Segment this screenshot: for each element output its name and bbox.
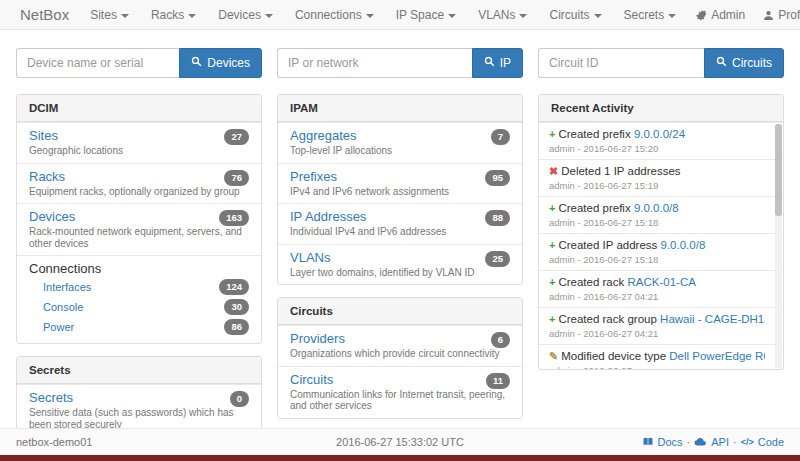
activity-action: Created IP address: [558, 239, 657, 251]
separator: ·: [733, 436, 737, 448]
profile-link[interactable]: Profile: [754, 0, 800, 29]
device-search-input[interactable]: [16, 48, 179, 78]
circuits-item-providers: 6 Providers Organizations which provide …: [278, 325, 522, 366]
hostname: netbox-demo01: [16, 436, 92, 448]
racks-link[interactable]: Racks: [29, 169, 249, 184]
prefixes-link[interactable]: Prefixes: [290, 169, 510, 184]
interfaces-link[interactable]: Interfaces: [43, 281, 91, 294]
link-label: Code: [758, 436, 784, 448]
activity-row: +Created prefix 9.0.0.0/8 admin - 2016-0…: [539, 196, 783, 233]
admin-link[interactable]: Admin: [687, 0, 754, 29]
activity-object-link[interactable]: RACK-01-CA: [627, 276, 695, 288]
user-menu: Admin Profile Log out: [687, 0, 800, 29]
panel-title: Circuits: [278, 298, 522, 325]
footer-links: Docs · API · </>Code: [642, 436, 784, 449]
count-badge: 95: [485, 170, 510, 186]
ipam-item-prefixes: 95 Prefixes IPv4 and IPv6 network assign…: [278, 163, 522, 204]
brand-logo[interactable]: NetBox: [10, 0, 79, 29]
chevron-down-icon: [448, 14, 456, 18]
docs-link[interactable]: Docs: [642, 436, 683, 449]
aggregates-link[interactable]: Aggregates: [290, 128, 510, 143]
item-description: Equipment racks, optionally organized by…: [29, 186, 249, 198]
api-link[interactable]: API: [694, 436, 729, 449]
column-dcim: DCIM 27 Sites Geographic locations 76 Ra…: [16, 94, 262, 449]
count-badge: 30: [224, 299, 249, 315]
plus-icon: +: [549, 202, 555, 214]
main-menu: Sites Racks Devices Connections IP Space…: [79, 0, 687, 29]
activity-row: +Created IP address 9.0.0.0/8 admin - 20…: [539, 233, 783, 270]
activity-object-link[interactable]: Dell PowerEdge R630: [669, 350, 765, 362]
activity-object-link[interactable]: 9.0.0.0/24: [634, 128, 685, 140]
nav-label: Secrets: [624, 8, 665, 22]
count-badge: 25: [485, 251, 510, 267]
activity-scrollbar[interactable]: [775, 124, 782, 368]
activity-row: ✎Modified device type Dell PowerEdge R63…: [539, 344, 783, 370]
person-icon: [763, 2, 774, 32]
device-search-group: Devices: [16, 48, 262, 78]
nav-sites[interactable]: Sites: [79, 0, 140, 29]
devices-link[interactable]: Devices: [29, 209, 249, 224]
activity-object-link[interactable]: 9.0.0.0/8: [661, 239, 706, 251]
delete-icon: ✖: [549, 165, 558, 177]
search-icon: [484, 56, 495, 70]
device-search-button[interactable]: Devices: [179, 48, 262, 78]
activity-object-link[interactable]: Hawaii - CAGE-DH1-01: [660, 313, 765, 325]
item-description: Organizations which provide circuit conn…: [290, 348, 510, 360]
nav-label: IP Space: [396, 8, 444, 22]
activity-meta: admin - 2016-06-27 04:21: [549, 328, 765, 340]
nav-circuits[interactable]: Circuits: [538, 0, 612, 29]
dcim-item-connections: Connections Interfaces 124 Console 30 Po…: [17, 255, 261, 343]
power-link[interactable]: Power: [43, 321, 74, 334]
item-description: Individual IPv4 and IPv6 addresses: [290, 226, 510, 238]
nav-racks[interactable]: Racks: [140, 0, 207, 29]
nav-vlans[interactable]: VLANs: [467, 0, 538, 29]
scrollbar-thumb[interactable]: [775, 124, 782, 216]
circuit-search-input[interactable]: [538, 48, 704, 78]
pencil-icon: ✎: [549, 350, 558, 362]
providers-link[interactable]: Providers: [290, 331, 510, 346]
circuits-item-circuits: 11 Circuits Communication links for Inte…: [278, 366, 522, 418]
sites-link[interactable]: Sites: [29, 128, 249, 143]
panel-title: Recent Activity: [539, 95, 783, 122]
nav-label: Racks: [151, 8, 184, 22]
dashboard: DCIM 27 Sites Geographic locations 76 Ra…: [0, 94, 800, 449]
chevron-down-icon: [188, 14, 196, 18]
nav-secrets[interactable]: Secrets: [613, 0, 688, 29]
activity-meta: admin - 2016-06-27 15:18: [549, 217, 765, 229]
secrets-link[interactable]: Secrets: [29, 390, 249, 405]
search-icon: [191, 56, 202, 70]
activity-action: Deleted 1 IP addresses: [561, 165, 680, 177]
ip-addresses-link[interactable]: IP Addresses: [290, 209, 510, 224]
item-description: Communication links for Internet transit…: [290, 389, 510, 412]
activity-object-link[interactable]: 9.0.0.0/8: [634, 202, 679, 214]
dcim-item-devices: 163 Devices Rack-mounted network equipme…: [17, 203, 261, 255]
circuit-search-button[interactable]: Circuits: [704, 48, 784, 78]
chevron-down-icon: [668, 14, 676, 18]
count-badge: 88: [485, 210, 510, 226]
code-link[interactable]: </>Code: [741, 436, 784, 448]
profile-label: Profile: [778, 8, 800, 22]
count-badge: 0: [230, 391, 249, 407]
activity-row: +Created rack RACK-01-CA admin - 2016-06…: [539, 270, 783, 307]
activity-meta: admin - 2016-06-27 15:18: [549, 254, 765, 266]
vlans-link[interactable]: VLANs: [290, 250, 510, 265]
nav-devices[interactable]: Devices: [207, 0, 284, 29]
ip-search-input[interactable]: [277, 48, 472, 78]
nav-label: Connections: [295, 8, 362, 22]
activity-row: +Created prefix 9.0.0.0/24 admin - 2016-…: [539, 122, 783, 159]
count-badge: 11: [486, 373, 510, 389]
footer: netbox-demo01 2016-06-27 15:33:02 UTC Do…: [0, 428, 800, 455]
count-badge: 76: [224, 170, 249, 186]
count-badge: 27: [224, 129, 249, 145]
nav-connections[interactable]: Connections: [284, 0, 385, 29]
console-link[interactable]: Console: [43, 301, 83, 314]
nav-label: VLANs: [478, 8, 515, 22]
ipam-item-ip-addresses: 88 IP Addresses Individual IPv4 and IPv6…: [278, 203, 522, 244]
activity-meta: admin - 2016-06-27 15:20: [549, 143, 765, 155]
code-icon: </>: [741, 437, 754, 447]
ip-search-button[interactable]: IP: [472, 48, 523, 78]
button-label: Circuits: [732, 56, 772, 70]
nav-ip-space[interactable]: IP Space: [385, 0, 467, 29]
circuits-link[interactable]: Circuits: [290, 372, 510, 387]
button-label: Devices: [207, 56, 250, 70]
